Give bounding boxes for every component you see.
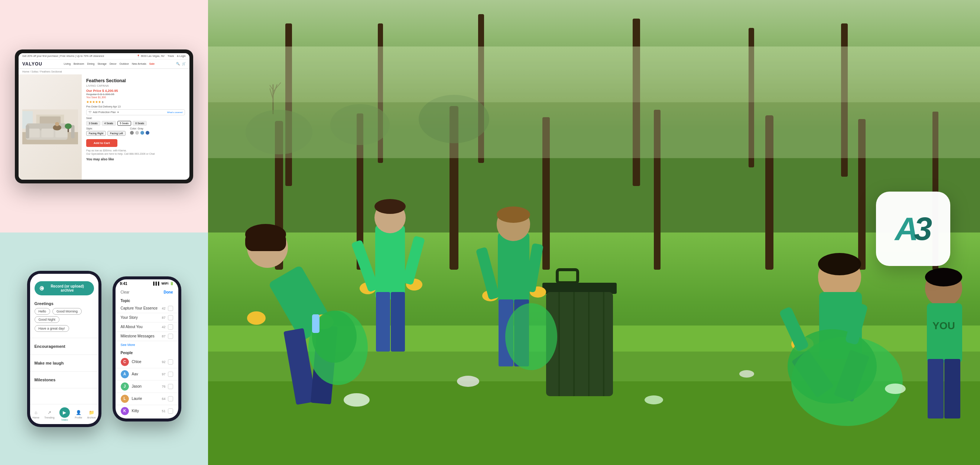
person-aav-checkbox[interactable] bbox=[168, 372, 173, 377]
person-chloe-checkbox[interactable] bbox=[168, 360, 173, 364]
cart-icon[interactable]: 🛒 bbox=[182, 62, 186, 66]
people-header: People bbox=[116, 348, 178, 356]
may-also-like: You may also like bbox=[86, 157, 185, 161]
phone2-status-icons: ▌▌▌ WiFi 🔋 bbox=[153, 281, 173, 286]
nav-profile[interactable]: 👤 Profile bbox=[75, 409, 82, 419]
person-laurie[interactable]: L Laurie 64 bbox=[116, 393, 178, 405]
nav-living[interactable]: Living bbox=[64, 62, 71, 65]
tag-good-morning[interactable]: Good Morning bbox=[52, 308, 82, 315]
svg-rect-48 bbox=[245, 232, 286, 251]
svg-point-84 bbox=[925, 268, 962, 286]
topic-milestone[interactable]: Milestone Messages 87 bbox=[116, 332, 178, 341]
person-kitty-right: 51 bbox=[162, 409, 173, 414]
nav-home[interactable]: ⌂ Home bbox=[32, 409, 40, 419]
tablet-topbar: Get 20% off your first purchase | Free r… bbox=[19, 53, 189, 59]
protection-plan[interactable]: 🛡 Add Protection Plan ▾ What's covered bbox=[86, 109, 185, 115]
person-laurie-checkbox[interactable] bbox=[168, 396, 173, 401]
color-blue1[interactable] bbox=[140, 131, 144, 135]
person-jason-checkbox[interactable] bbox=[168, 384, 173, 389]
person-chloe[interactable]: C Chloe 92 bbox=[116, 356, 178, 368]
nav-decor[interactable]: Decor bbox=[110, 62, 117, 65]
person-aav-name: Aav bbox=[132, 372, 138, 376]
tag-great-day[interactable]: Have a great day! bbox=[35, 325, 69, 332]
person-aav[interactable]: A Aav 97 bbox=[116, 368, 178, 380]
person-kitty-count: 51 bbox=[162, 409, 165, 413]
phone1-bottom-nav: ⌂ Home ↗ Trending ▶ Video 👤 Profile bbox=[30, 404, 99, 424]
topic-story[interactable]: Your Story 87 bbox=[116, 313, 178, 323]
nav-sale[interactable]: Sale bbox=[150, 62, 154, 65]
phone-2-frame: 9:41 ▌▌▌ WiFi 🔋 Clear Done Topic Capt bbox=[113, 276, 181, 422]
topic-story-checkbox[interactable] bbox=[168, 315, 173, 320]
track-link[interactable]: Track bbox=[167, 55, 174, 58]
whats-covered-link[interactable]: What's covered bbox=[167, 111, 182, 113]
seat-5[interactable]: 5 Seats bbox=[118, 121, 132, 126]
our-price-value: $ 4,200.95 bbox=[102, 89, 118, 93]
volunteer-scene-svg: YOU bbox=[208, 46, 980, 465]
nav-bedroom[interactable]: Bedroom bbox=[73, 62, 84, 65]
nav-video[interactable]: ▶ Video bbox=[59, 407, 70, 421]
tag-good-night[interactable]: Good Night bbox=[35, 316, 60, 323]
valyou-logo: VALYOU bbox=[22, 61, 42, 67]
rating: ★★★★★ 6 bbox=[86, 100, 185, 104]
nav-home-label: Home bbox=[32, 416, 40, 419]
home-icon: ⌂ bbox=[33, 409, 39, 415]
svg-point-90 bbox=[644, 395, 663, 404]
color-gray[interactable] bbox=[130, 131, 134, 135]
avatar-laurie: L bbox=[121, 395, 129, 403]
seat-3[interactable]: 3 Seats bbox=[86, 121, 100, 126]
color-light[interactable] bbox=[135, 131, 139, 135]
topic-all-about-checkbox[interactable] bbox=[168, 324, 173, 329]
topic-header: Topic bbox=[116, 297, 178, 304]
color-section: Color: Gray bbox=[130, 127, 150, 137]
phone2-status-bar: 9:41 ▌▌▌ WiFi 🔋 bbox=[116, 280, 178, 286]
product-details: Feathers Sectional LIVING CAPANA Our Pri… bbox=[82, 74, 189, 180]
nav-actions: 🔍 🛒 bbox=[176, 62, 186, 66]
person-jason[interactable]: J Jason 76 bbox=[116, 380, 178, 393]
topic-capture[interactable]: Capture Your Essence 42 bbox=[116, 304, 178, 313]
color-blue2[interactable] bbox=[146, 131, 150, 135]
topic-milestone-checkbox[interactable] bbox=[168, 334, 173, 339]
nav-trending[interactable]: ↗ Trending bbox=[44, 409, 54, 419]
nav-storage[interactable]: Storage bbox=[97, 62, 107, 65]
topic-all-about[interactable]: All About You 42 bbox=[116, 323, 178, 332]
svg-rect-9 bbox=[41, 129, 54, 137]
nav-archive[interactable]: 📁 Archive bbox=[87, 409, 95, 419]
nav-dining[interactable]: Dining bbox=[87, 62, 95, 65]
stars-display: ★★★★★ bbox=[86, 100, 101, 104]
make-laugh-section[interactable]: Make me laugh bbox=[30, 358, 99, 368]
color-options bbox=[130, 131, 150, 135]
milestones-section[interactable]: Milestones bbox=[30, 375, 99, 385]
a3-logo-card: A 3 bbox=[876, 192, 950, 266]
encouragement-section[interactable]: Encouragement bbox=[30, 341, 99, 352]
delivery-info: Pre-Order Est Delivery Apr 13 bbox=[86, 105, 185, 108]
clear-button[interactable]: Clear bbox=[121, 290, 130, 294]
done-button[interactable]: Done bbox=[164, 290, 173, 294]
person-kitty[interactable]: K Kitty 51 bbox=[116, 405, 178, 417]
facing-right[interactable]: Facing Right bbox=[86, 131, 106, 136]
record-button[interactable]: Record (or upload) archive bbox=[35, 281, 94, 296]
phone-1-screen: Record (or upload) archive Greetings Hel… bbox=[30, 274, 99, 424]
seat-4[interactable]: 4 Seats bbox=[102, 121, 116, 126]
svg-rect-70 bbox=[476, 247, 500, 300]
nav-outdoor[interactable]: Outdoor bbox=[119, 62, 129, 65]
facing-left[interactable]: Facing Left bbox=[107, 131, 126, 136]
divider-2 bbox=[30, 355, 99, 355]
search-icon[interactable]: 🔍 bbox=[176, 62, 180, 66]
svg-point-93 bbox=[885, 384, 906, 394]
login-link[interactable]: & Login bbox=[177, 55, 186, 58]
add-to-cart-button[interactable]: Add to Cart bbox=[86, 139, 118, 147]
divider-4 bbox=[30, 388, 99, 388]
nav-video-label: Video bbox=[61, 419, 68, 421]
svg-point-14 bbox=[55, 122, 59, 126]
see-more-people[interactable]: See More bbox=[116, 417, 178, 419]
seat-6[interactable]: 6 Seats bbox=[133, 121, 147, 126]
topic-capture-checkbox[interactable] bbox=[168, 306, 173, 311]
topic-all-about-count: 42 bbox=[162, 325, 165, 329]
protection-label: Add Protection Plan bbox=[93, 111, 116, 113]
person-kitty-checkbox[interactable] bbox=[168, 409, 173, 414]
see-more-topics[interactable]: See More bbox=[116, 341, 178, 348]
nav-new[interactable]: New Arrivals bbox=[132, 62, 146, 65]
tag-hello[interactable]: Hello bbox=[35, 308, 51, 315]
divider-1 bbox=[30, 338, 99, 338]
svg-rect-55 bbox=[312, 314, 320, 333]
